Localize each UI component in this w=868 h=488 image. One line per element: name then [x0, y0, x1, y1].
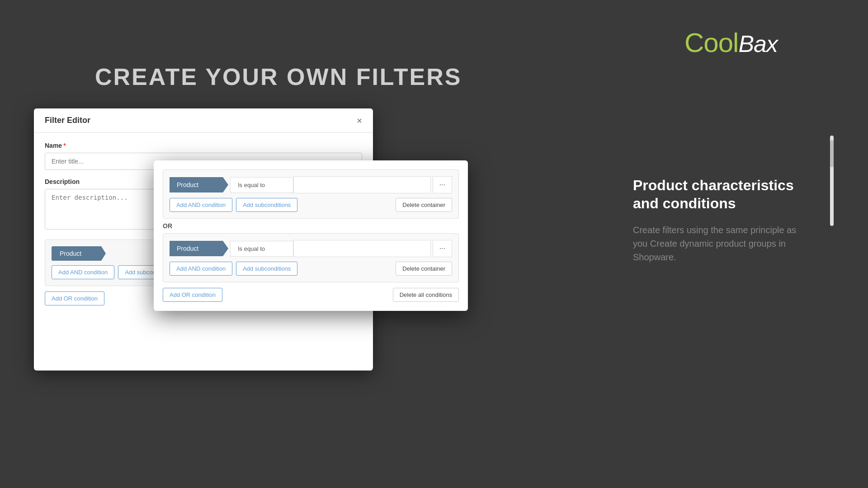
fg-add-subconditions-button-2[interactable]: Add subconditions [236, 262, 297, 276]
close-button[interactable]: × [357, 116, 362, 125]
name-field-label: Name* [45, 142, 362, 149]
fg-value-area-1[interactable] [293, 176, 431, 193]
fg-condition-container-2: Product Is equal to ··· Add AND conditio… [163, 233, 459, 282]
brand-cool: Cool [684, 28, 738, 58]
fg-add-subconditions-button-1[interactable]: Add subconditions [236, 198, 297, 212]
or-separator-label: OR [163, 222, 459, 230]
fg-add-or-button[interactable]: Add OR condition [163, 288, 222, 302]
dialog-title-label: Filter Editor [45, 116, 90, 125]
dialog-header: Filter Editor × [34, 108, 373, 133]
right-desc-title: Product characteristics and conditions [633, 176, 805, 212]
fg-equal-tag-1: Is equal to [230, 177, 293, 193]
fg-add-and-button-1[interactable]: Add AND condition [170, 198, 232, 212]
page-title: CREATE YOUR OWN FILTERS [95, 63, 462, 90]
fg-delete-container-button-2[interactable]: Delete container [396, 262, 452, 276]
fg-product-tag-2: Product [170, 241, 228, 256]
scroll-bar[interactable] [830, 136, 834, 226]
fg-add-and-button-2[interactable]: Add AND condition [170, 262, 232, 276]
fg-value-area-2[interactable] [293, 240, 431, 257]
bg-product-tag: Product [52, 246, 106, 261]
fg-condition-row-1: Product Is equal to ··· [170, 176, 452, 193]
right-desc-body: Create filters using the same principle … [633, 223, 805, 264]
scroll-thumb[interactable] [830, 140, 834, 167]
bg-add-or-button[interactable]: Add OR condition [45, 291, 104, 305]
fg-bottom-row: Add OR condition Delete all conditions [163, 288, 459, 302]
brand-bax: Bax [738, 31, 778, 57]
fg-more-button-2[interactable]: ··· [433, 240, 452, 257]
fg-delete-container-button-1[interactable]: Delete container [396, 198, 452, 212]
filter-editor-dialog-foreground: Product Is equal to ··· Add AND conditio… [154, 160, 468, 311]
bg-add-and-button[interactable]: Add AND condition [52, 265, 114, 279]
fg-btn-row-2: Add AND condition Add subconditions Dele… [170, 262, 452, 276]
fg-product-tag-1: Product [170, 177, 228, 192]
fg-condition-row-2: Product Is equal to ··· [170, 240, 452, 257]
fg-equal-tag-2: Is equal to [230, 241, 293, 257]
fg-btn-row-1: Add AND condition Add subconditions Dele… [170, 198, 452, 212]
brand-logo: CoolBax [684, 27, 778, 58]
fg-more-button-1[interactable]: ··· [433, 176, 452, 193]
fg-condition-container-1: Product Is equal to ··· Add AND conditio… [163, 169, 459, 219]
fg-delete-all-button[interactable]: Delete all conditions [393, 288, 459, 302]
right-description-panel: Product characteristics and conditions C… [633, 176, 805, 264]
